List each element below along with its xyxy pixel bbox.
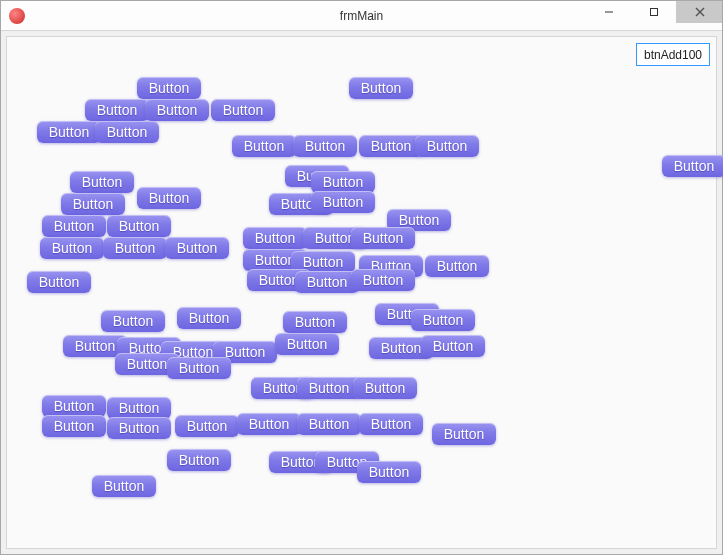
scatter-button[interactable]: Button <box>42 415 106 437</box>
scatter-button[interactable]: Button <box>167 357 231 379</box>
scatter-button[interactable]: Button <box>145 99 209 121</box>
scatter-button[interactable]: Button <box>103 237 167 259</box>
maximize-button[interactable] <box>631 1 676 23</box>
scatter-button[interactable]: Button <box>311 171 375 193</box>
scatter-button[interactable]: Button <box>432 423 496 445</box>
scatter-button[interactable]: Button <box>351 227 415 249</box>
scatter-button[interactable]: Button <box>297 413 361 435</box>
app-window: frmMain btnAdd100 ButtonButtonButtonButt… <box>0 0 723 555</box>
scatter-button[interactable]: Button <box>92 475 156 497</box>
scatter-button[interactable]: Button <box>177 307 241 329</box>
scatter-button[interactable]: Button <box>349 77 413 99</box>
scatter-button[interactable]: Button <box>70 171 134 193</box>
scatter-button[interactable]: Button <box>351 269 415 291</box>
client-area: btnAdd100 ButtonButtonButtonButtonButton… <box>6 36 717 549</box>
scatter-button[interactable]: Button <box>359 135 423 157</box>
scatter-button[interactable]: Button <box>95 121 159 143</box>
scatter-button[interactable]: Button <box>232 135 296 157</box>
scatter-button[interactable]: Button <box>85 99 149 121</box>
scatter-button[interactable]: Button <box>283 311 347 333</box>
scatter-button[interactable]: Button <box>662 155 723 177</box>
scatter-button[interactable]: Button <box>175 415 239 437</box>
minimize-button[interactable] <box>586 1 631 23</box>
scatter-button[interactable]: Button <box>107 215 171 237</box>
scatter-button[interactable]: Button <box>107 417 171 439</box>
scatter-button[interactable]: Button <box>295 271 359 293</box>
scatter-button[interactable]: Button <box>42 395 106 417</box>
scatter-button[interactable]: Button <box>293 135 357 157</box>
scatter-button[interactable]: Button <box>165 237 229 259</box>
titlebar[interactable]: frmMain <box>1 1 722 31</box>
scatter-button[interactable]: Button <box>243 227 307 249</box>
scatter-button[interactable]: Button <box>359 413 423 435</box>
scatter-button[interactable]: Button <box>237 413 301 435</box>
scatter-button[interactable]: Button <box>425 255 489 277</box>
scatter-button[interactable]: Button <box>357 461 421 483</box>
scatter-button[interactable]: Button <box>27 271 91 293</box>
scatter-button[interactable]: Button <box>311 191 375 213</box>
scatter-button[interactable]: Button <box>297 377 361 399</box>
app-icon <box>9 8 25 24</box>
svg-rect-1 <box>651 9 658 16</box>
scatter-button[interactable]: Button <box>61 193 125 215</box>
scatter-button[interactable]: Button <box>211 99 275 121</box>
add-100-button[interactable]: btnAdd100 <box>636 43 710 66</box>
scatter-button[interactable]: Button <box>421 335 485 357</box>
scatter-button[interactable]: Button <box>107 397 171 419</box>
close-button[interactable] <box>676 1 722 23</box>
scatter-button[interactable]: Button <box>275 333 339 355</box>
window-controls <box>586 1 722 30</box>
scatter-button[interactable]: Button <box>353 377 417 399</box>
scatter-button[interactable]: Button <box>42 215 106 237</box>
scatter-button[interactable]: Button <box>415 135 479 157</box>
scatter-button[interactable]: Button <box>37 121 101 143</box>
scatter-button[interactable]: Button <box>167 449 231 471</box>
scatter-button[interactable]: Button <box>411 309 475 331</box>
scatter-button[interactable]: Button <box>137 187 201 209</box>
scatter-button[interactable]: Button <box>137 77 201 99</box>
scatter-button[interactable]: Button <box>101 310 165 332</box>
scatter-button[interactable]: Button <box>40 237 104 259</box>
